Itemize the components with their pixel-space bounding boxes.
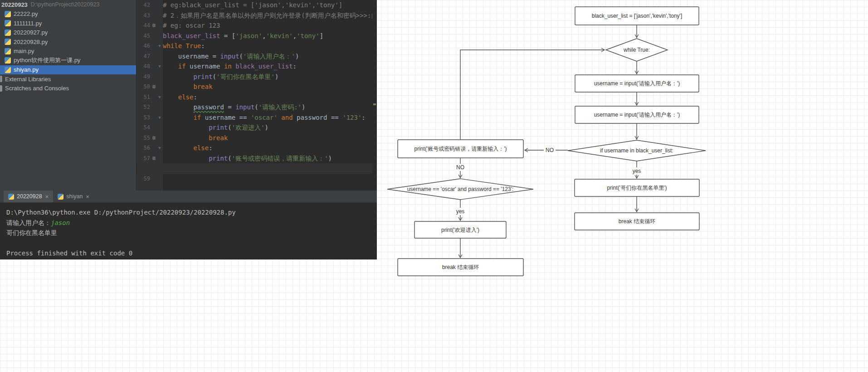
gutter-row: 47	[137, 51, 163, 62]
console-tab-shiyan[interactable]: shiyan×	[53, 191, 94, 202]
code-token: # eg:black_user_list = ['jason','kevin',…	[163, 1, 342, 9]
console-line: Process finished with exit code 0	[6, 248, 377, 259]
code-line[interactable]: print('账号或密码错误，请重新输入：')	[163, 153, 377, 164]
code-token	[163, 93, 178, 101]
flow-edge-10[interactable]	[460, 50, 605, 140]
code-line[interactable]: else:	[163, 92, 377, 103]
code-line[interactable]: # eg:black_user_list = ['jason','kevin',…	[163, 0, 377, 10]
code-line[interactable]: break	[163, 82, 377, 92]
fold-arrow-icon[interactable]: ▼	[157, 113, 162, 123]
code-line[interactable]: if username in black_user_list:	[163, 61, 377, 72]
flow-edge-label: NO	[546, 147, 554, 153]
tree-item[interactable]: shiyan.py	[0, 65, 136, 75]
tree-item-label: External Libraries	[5, 76, 51, 83]
console-text: 哥们你在黑名单里	[6, 229, 57, 236]
code-line[interactable]: print('欢迎进入')	[163, 122, 377, 133]
code-token: input	[220, 53, 239, 60]
gutter-mark-slot	[151, 94, 157, 100]
gutter-row: 49	[137, 72, 163, 82]
code-token: '哥们你在黑名单里'	[216, 73, 275, 80]
fold-arrow-icon[interactable]: ▼	[157, 61, 162, 72]
tree-item[interactable]: python软件使用第一课.py	[0, 56, 136, 65]
code-line[interactable]: username = input('请输入用户名：')	[163, 51, 377, 62]
code-token: # eg: oscar 123	[163, 22, 220, 29]
gutter-mark-slot	[151, 33, 157, 39]
line-number: 47	[137, 53, 150, 59]
flow-edge-label: yes	[456, 208, 465, 215]
tree-item[interactable]: 1111111.py	[0, 19, 136, 28]
gutter-mark-icon	[151, 156, 157, 161]
code-token: black_user_list	[163, 32, 224, 39]
code-token: '请输入用户名：'	[243, 53, 295, 60]
tree-item[interactable]: 20220928.py	[0, 37, 136, 47]
code-editor[interactable]: 4243444546▼4748▼495051▼5253▼545556▼57585…	[137, 0, 377, 191]
line-number: 59	[137, 176, 150, 182]
code-token: (	[239, 53, 243, 60]
console-tab-20220928[interactable]: 20220928×	[4, 191, 53, 202]
code-line[interactable]: break	[163, 133, 377, 143]
fold-arrow-icon[interactable]: ▼	[157, 92, 162, 103]
flow-node-label-init: black_user_list = ['jason','kevin','tony…	[592, 13, 683, 19]
code-line[interactable]: while True:	[163, 41, 377, 51]
gutter-row: 57	[137, 153, 163, 164]
tree-item[interactable]: main.py	[0, 47, 136, 56]
tree-item[interactable]: 20220927.py	[0, 28, 136, 38]
code-token: :	[201, 42, 205, 49]
code-token	[163, 144, 193, 152]
code-token: '请输入密码:'	[258, 103, 302, 111]
console-line: D:\Python36\python.exe D:/pythonProject/…	[6, 207, 377, 218]
code-line[interactable]: # eg: oscar 123	[163, 20, 377, 31]
code-line[interactable]: password = input('请输入密码:')	[163, 102, 377, 113]
code-token: break	[193, 83, 212, 90]
gutter-row: 59	[137, 174, 163, 184]
gutter-mark-icon	[151, 23, 157, 28]
code-line[interactable]: # 2．如果用户名是黑名单以外的用户则允许登录(判断用户名和密码>>>:自定	[163, 10, 377, 21]
python-file-icon	[5, 20, 11, 26]
tree-item[interactable]: 22222.py	[0, 10, 136, 19]
code-line[interactable]	[137, 163, 377, 174]
code-token: ]	[320, 32, 323, 39]
gutter-mark-icon	[151, 84, 157, 89]
gutter-mark-slot	[151, 2, 157, 8]
gutter-row: 55	[137, 133, 163, 143]
python-file-icon	[5, 57, 11, 64]
code-token: :	[293, 63, 297, 70]
gutter-mark-slot	[151, 13, 157, 18]
code-line[interactable]: print('哥们你在黑名单里')	[163, 72, 377, 82]
gutter-row: 53▼	[137, 113, 163, 123]
gutter-mark-slot	[151, 54, 157, 59]
code-line[interactable]	[163, 174, 377, 184]
code-line[interactable]: black_user_list = ['jason','kevin','tony…	[163, 31, 377, 41]
code-token: else	[193, 144, 209, 152]
line-number: 44	[137, 22, 150, 29]
code-token: '123'	[342, 114, 361, 121]
code-token: (	[228, 124, 231, 131]
code-token: '欢迎进入'	[232, 124, 265, 131]
gutter-row: 46▼	[137, 41, 163, 51]
tree-item[interactable]: Scratches and Consoles	[0, 84, 136, 93]
code-line[interactable]: if username == 'oscar' and password == '…	[163, 113, 377, 123]
fold-arrow-icon[interactable]: ▼	[157, 143, 162, 153]
code-token: while	[163, 42, 186, 49]
close-icon[interactable]: ×	[45, 193, 49, 200]
code-token: 'jason'	[235, 32, 262, 39]
project-root[interactable]: 20220923 D:\pythonProject\20220923	[0, 0, 136, 10]
editor-scroll-stripe[interactable]	[372, 0, 377, 191]
code-token: in	[224, 63, 235, 70]
flow-edge-label: NO	[456, 164, 464, 171]
gutter-row: 51▼	[137, 92, 163, 103]
code-token: username	[190, 63, 224, 70]
line-number: 45	[137, 33, 150, 39]
line-number: 43	[137, 12, 150, 19]
editor-code-area[interactable]: # eg:black_user_list = ['jason','kevin',…	[163, 0, 377, 191]
ide-window: 20220923 D:\pythonProject\20220923 22222…	[0, 0, 377, 259]
code-line[interactable]: else:	[163, 143, 377, 153]
tree-item[interactable]: External Libraries	[0, 74, 136, 84]
close-icon[interactable]: ×	[86, 193, 89, 200]
ide-top: 20220923 D:\pythonProject\20220923 22222…	[0, 0, 377, 191]
code-token	[163, 73, 193, 80]
gutter-mark-slot	[151, 176, 157, 181]
flow-node-label-break1: break 结束循环	[619, 218, 655, 225]
flow-node-label-input2: username = input('请输入用户名：')	[594, 112, 680, 118]
fold-arrow-icon[interactable]: ▼	[157, 41, 162, 51]
